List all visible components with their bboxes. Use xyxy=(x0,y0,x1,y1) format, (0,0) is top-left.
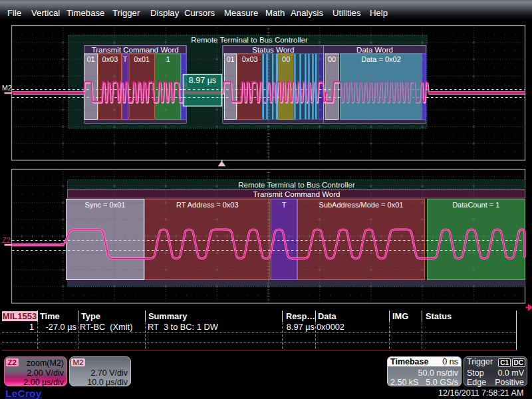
svg-text:Status Word: Status Word xyxy=(252,46,294,54)
svg-text:Data = 0x02: Data = 0x02 xyxy=(361,55,401,63)
svg-text:SubAddress/Mode = 0x01: SubAddress/Mode = 0x01 xyxy=(319,201,404,209)
svg-text:Transmit Command Word: Transmit Command Word xyxy=(92,46,179,54)
svg-text:0x03: 0x03 xyxy=(242,55,258,63)
svg-text:M2: M2 xyxy=(2,84,12,92)
svg-text:Remote Terminal to Bus Control: Remote Terminal to Bus Controller xyxy=(238,181,355,189)
svg-text:Sync = 0x01: Sync = 0x01 xyxy=(85,201,126,209)
svg-text:Z2: Z2 xyxy=(2,236,11,244)
svg-text:00: 00 xyxy=(328,55,336,63)
svg-text:DataCount = 1: DataCount = 1 xyxy=(452,201,499,209)
svg-text:Transmit Command Word: Transmit Command Word xyxy=(253,190,340,198)
svg-text:Data Word: Data Word xyxy=(356,46,393,54)
svg-text:RT Address = 0x03: RT Address = 0x03 xyxy=(176,201,238,209)
svg-text:T: T xyxy=(282,201,287,209)
svg-text:8.97 µs: 8.97 µs xyxy=(189,76,216,85)
